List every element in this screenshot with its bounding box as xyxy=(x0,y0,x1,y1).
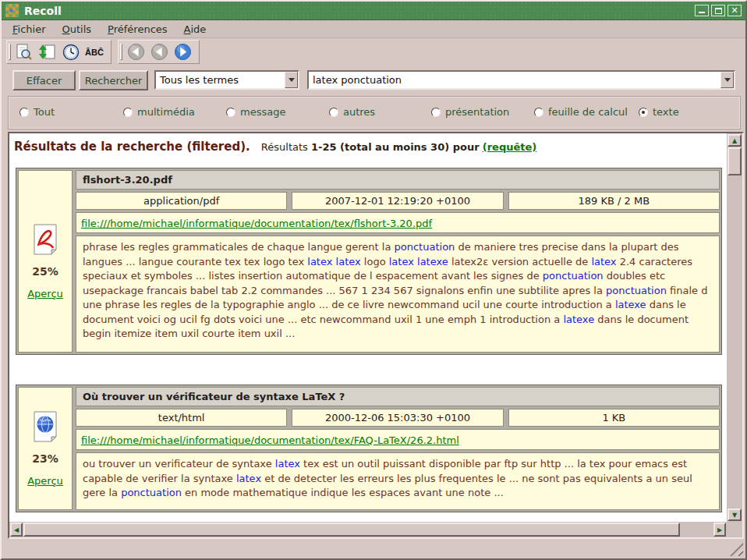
radio-circle-icon xyxy=(534,108,543,117)
search-query-combo xyxy=(307,70,735,90)
result-meta-row: application/pdf 2007-12-01 12:19:20 +010… xyxy=(76,192,720,210)
filter-radio-tout[interactable]: Tout xyxy=(19,106,55,118)
search-mode-value: Tous les termes xyxy=(156,74,285,86)
toolbar-group-main: ÂBĈ xyxy=(6,40,112,64)
result-meta-row: text/html 2000-12-06 15:03:30 +0100 1 KB xyxy=(76,409,720,427)
html-file-icon xyxy=(32,411,58,442)
result-2-side: 23% Aperçu xyxy=(18,387,73,510)
filter-radio-autres[interactable]: autres xyxy=(329,106,375,118)
results-heading: Résultats de la recherche (filtered). xyxy=(14,140,250,154)
preview-link[interactable]: Aperçu xyxy=(27,475,63,487)
filter-radio-message[interactable]: message xyxy=(226,106,285,118)
minimize-button[interactable] xyxy=(695,5,709,16)
first-page-icon xyxy=(127,43,145,61)
chevron-down-icon[interactable] xyxy=(285,72,298,88)
search-mode-select[interactable]: Tous les termes xyxy=(154,70,299,90)
resize-grip-icon[interactable] xyxy=(730,543,743,556)
result-item-1: 25% Aperçu flshort-3.20.pdf application/… xyxy=(16,168,722,355)
horizontal-scrollbar[interactable]: ◀ ▶ xyxy=(9,522,727,537)
toolbar: ÂBĈ xyxy=(2,38,745,66)
radio-circle-icon xyxy=(431,108,441,117)
history-clock-icon xyxy=(62,44,80,61)
scroll-left-button[interactable]: ◀ xyxy=(10,523,23,537)
result-mime: text/html xyxy=(76,409,287,427)
result-url-row: file:///home/michael/informatique/docume… xyxy=(76,212,720,233)
result-snippet: ou trouver un verificateur de syntaxe la… xyxy=(76,452,720,510)
radio-circle-icon xyxy=(639,108,648,117)
chevron-down-icon[interactable] xyxy=(720,72,734,88)
result-date: 2000-12-06 15:03:30 +0100 xyxy=(292,409,503,427)
result-date: 2007-12-01 12:19:20 +0100 xyxy=(292,192,503,210)
previous-page-button[interactable] xyxy=(148,41,170,62)
scrollbar-corner xyxy=(727,522,742,537)
next-page-icon xyxy=(174,43,192,61)
result-item-2: 23% Aperçu Où trouver un vérificateur de… xyxy=(16,385,722,512)
document-preview-icon xyxy=(15,43,34,62)
query-link[interactable]: (requête) xyxy=(483,141,537,153)
scroll-right-button[interactable]: ▶ xyxy=(713,523,726,537)
filter-category-frame: Tout multimédia message autres présentat… xyxy=(8,96,741,129)
filter-radio-multimedia[interactable]: multimédia xyxy=(123,106,195,118)
filter-radio-feuille-de-calcul[interactable]: feuille de calcul xyxy=(534,106,628,118)
vertical-scrollbar[interactable]: ▲ ▼ xyxy=(727,133,742,522)
result-2-main: Où trouver un vérificateur de syntaxe La… xyxy=(76,387,720,510)
search-input[interactable] xyxy=(309,74,720,86)
preview-link[interactable]: Aperçu xyxy=(27,288,63,299)
maximize-button[interactable] xyxy=(711,5,725,16)
results-panel: Résultats de la recherche (filtered). Ré… xyxy=(8,132,744,539)
maximize-icon xyxy=(715,8,722,14)
scroll-down-button[interactable]: ▼ xyxy=(728,509,742,521)
filter-radio-texte[interactable]: texte xyxy=(639,106,679,118)
menubar: Fichier Outils Préférences Aide xyxy=(2,20,745,38)
statusbar xyxy=(2,539,745,558)
search-button[interactable]: Rechercher xyxy=(79,70,148,90)
search-row: Effacer Rechercher Tous les termes xyxy=(2,70,745,92)
close-icon: ✕ xyxy=(731,6,738,15)
close-button[interactable]: ✕ xyxy=(728,5,742,16)
menu-fichier[interactable]: Fichier xyxy=(8,22,51,37)
history-button[interactable] xyxy=(60,41,82,62)
relevance-percent: 25% xyxy=(32,265,58,278)
result-size: 1 KB xyxy=(508,409,720,427)
update-index-button[interactable] xyxy=(37,41,58,62)
radio-circle-icon xyxy=(19,108,29,117)
result-snippet: phrase les regles grammaticales de chaqu… xyxy=(76,236,720,353)
results-content: Résultats de la recherche (filtered). Ré… xyxy=(9,133,727,522)
toolbar-grip[interactable] xyxy=(120,44,122,60)
results-header: Résultats de la recherche (filtered). Ré… xyxy=(12,140,727,154)
previous-page-icon xyxy=(150,43,168,61)
result-mime: application/pdf xyxy=(76,192,287,210)
menu-preferences[interactable]: Préférences xyxy=(103,22,172,37)
menu-aide[interactable]: Aide xyxy=(179,22,211,37)
result-url-link[interactable]: file:///home/michael/informatique/docume… xyxy=(81,434,459,446)
radio-circle-icon xyxy=(123,108,133,117)
first-page-button[interactable] xyxy=(125,41,147,62)
pdf-file-icon xyxy=(32,224,58,255)
document-preview-button[interactable] xyxy=(13,41,35,62)
menu-outils[interactable]: Outils xyxy=(58,22,97,37)
next-page-button[interactable] xyxy=(172,41,193,62)
clear-button[interactable]: Effacer xyxy=(12,70,76,90)
radio-circle-icon xyxy=(226,108,235,117)
toolbar-grip[interactable] xyxy=(9,44,11,60)
results-summary-count: 1-25 (total au moins 30) pour xyxy=(311,141,480,153)
recoll-window: Recoll ✕ Fichier Outils Préférences Aide xyxy=(0,0,747,560)
result-title: flshort-3.20.pdf xyxy=(76,170,720,190)
update-index-icon xyxy=(38,43,57,62)
relevance-percent: 23% xyxy=(32,452,58,465)
minimize-icon xyxy=(699,8,705,13)
result-url-row: file:///home/michael/informatique/docume… xyxy=(76,429,720,450)
results-summary-plain: Résultats xyxy=(261,141,308,153)
horizontal-scroll-thumb[interactable] xyxy=(23,523,680,537)
titlebar: Recoll ✕ xyxy=(2,2,745,20)
result-url-link[interactable]: file:///home/michael/informatique/docume… xyxy=(81,218,432,229)
term-explorer-abc-icon: ÂBĈ xyxy=(85,48,104,57)
term-explorer-button[interactable]: ÂBĈ xyxy=(83,41,105,62)
scroll-up-button[interactable]: ▲ xyxy=(728,134,742,147)
result-title: Où trouver un vérificateur de syntaxe La… xyxy=(76,387,720,406)
recoll-app-icon xyxy=(5,4,19,17)
result-1-main: flshort-3.20.pdf application/pdf 2007-12… xyxy=(76,170,720,353)
result-size: 189 KB / 2 MB xyxy=(508,192,720,210)
vertical-scroll-thumb[interactable] xyxy=(728,147,742,175)
filter-radio-presentation[interactable]: présentation xyxy=(431,106,509,118)
